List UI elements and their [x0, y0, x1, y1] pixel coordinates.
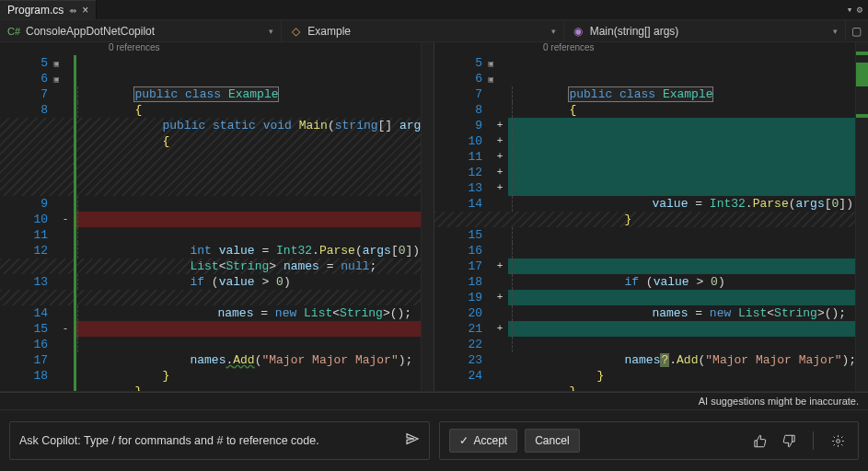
code-line[interactable]: 23 } — [434, 352, 868, 368]
line-number[interactable]: 11 — [434, 149, 492, 165]
diff-marker — [57, 86, 74, 102]
line-number[interactable]: 12 — [0, 243, 57, 258]
line-number[interactable]: 10 — [434, 133, 492, 149]
codelens-refs[interactable]: 0 references — [0, 42, 434, 55]
nav-class[interactable]: ◇ Example ▾ — [282, 20, 563, 41]
code-line[interactable]: 15 List<String> names = null; — [434, 227, 868, 243]
code-line[interactable]: 5▣ public class Example — [434, 55, 868, 71]
line-number[interactable]: 9 — [0, 196, 57, 212]
code-line[interactable]: 6▣ { — [434, 71, 868, 86]
scroll-ruler[interactable] — [855, 42, 868, 391]
code-line[interactable]: 11 List<String> names = null; — [0, 227, 434, 243]
tab-dropdown-icon[interactable]: ▾ — [847, 4, 853, 16]
line-number[interactable]: 10 — [0, 212, 57, 227]
code-line[interactable]: 8 { — [434, 102, 868, 118]
diff-marker — [57, 71, 74, 86]
tab-program-cs[interactable]: Program.cs ⇴ × — [0, 0, 97, 19]
code-line[interactable]: 10 - int value = Int32.Parse(args[0]); — [0, 212, 434, 227]
diff-left-pane[interactable]: 0 references 5▣ public class Example 6▣ … — [0, 42, 434, 391]
nav-class-label: Example — [307, 25, 351, 38]
cancel-button[interactable]: Cancel — [525, 429, 579, 453]
line-number[interactable]: 12 — [434, 165, 492, 180]
code-line[interactable]: 15 - names.Add("Major Major Major"); — [0, 321, 434, 337]
code-line[interactable]: 13 + } — [434, 180, 868, 196]
line-number[interactable]: 14 — [0, 305, 57, 321]
nav-split-icon[interactable]: ▢ — [846, 20, 868, 41]
line-number[interactable]: 8 — [434, 102, 492, 118]
copilot-input[interactable]: Ask Copilot: Type / for commands and # t… — [9, 421, 430, 460]
accept-button[interactable]: ✓ Accept — [449, 429, 518, 453]
code-line[interactable]: 21 + names?.Add("Major Major Major"); — [434, 321, 868, 337]
line-number[interactable]: 11 — [0, 227, 57, 243]
line-number[interactable]: 17 — [0, 352, 57, 368]
code-line[interactable]: 7 public static void Main(string[] args) — [0, 86, 434, 102]
tab-gear-icon[interactable]: ⚙ — [856, 4, 862, 16]
line-number[interactable]: 16 — [0, 337, 57, 352]
code-line[interactable]: 11 + { — [434, 149, 868, 165]
line-number[interactable]: 7 — [0, 86, 57, 102]
code-line[interactable]: 13 names = new List<String>(); — [0, 274, 434, 290]
send-icon[interactable] — [405, 431, 420, 450]
line-number[interactable]: 16 — [434, 243, 492, 258]
line-number[interactable]: 5▣ — [0, 55, 57, 71]
code-line[interactable]: 7 public static void Main(string[] args) — [434, 86, 868, 102]
line-number[interactable]: 22 — [434, 337, 492, 352]
line-number[interactable]: 6▣ — [434, 71, 492, 86]
gear-icon[interactable] — [827, 430, 849, 452]
line-number[interactable]: 15 — [0, 321, 57, 337]
code-line[interactable]: 12 if (value > 0) — [0, 243, 434, 258]
diff-marker: - — [57, 321, 74, 337]
line-number[interactable]: 20 — [434, 305, 492, 321]
code-line[interactable]: 5▣ public class Example — [0, 55, 434, 71]
code-line[interactable]: 16 if (value > 0) — [434, 243, 868, 258]
code-line[interactable]: 19 + } — [434, 290, 868, 305]
line-number[interactable]: 13 — [0, 274, 57, 290]
line-number[interactable]: 15 — [434, 227, 492, 243]
close-icon[interactable]: × — [82, 4, 88, 17]
line-number[interactable]: 14 — [434, 196, 492, 212]
code-line[interactable]: 9 + int value = 0; — [434, 118, 868, 133]
line-number[interactable]: 17 — [434, 258, 492, 274]
diff-right-pane[interactable]: 0 references 5▣ public class Example 6▣ … — [434, 42, 868, 391]
code-line[interactable]: 10 + if (args.Length > 0) — [434, 133, 868, 149]
line-number[interactable]: 24 — [434, 368, 492, 384]
code-line[interactable]: 16 } — [0, 337, 434, 352]
code-line[interactable]: 24 — [434, 368, 868, 384]
code-line[interactable]: 9 — [0, 196, 434, 212]
nav-project[interactable]: C# ConsoleAppDotNetCopilot ▾ — [0, 20, 282, 41]
chevron-down-icon: ▾ — [269, 27, 273, 36]
line-number[interactable]: 7 — [434, 86, 492, 102]
thumbs-down-icon[interactable] — [778, 430, 800, 452]
code-line[interactable]: 18 — [0, 368, 434, 384]
divider — [813, 431, 814, 450]
code-line[interactable]: 8 { — [0, 102, 434, 118]
line-number[interactable]: 18 — [0, 368, 57, 384]
code-line[interactable]: 14 — [0, 305, 434, 321]
thumbs-up-icon[interactable] — [748, 430, 770, 452]
line-number[interactable]: 18 — [434, 274, 492, 290]
scroll-ruler[interactable] — [421, 42, 434, 391]
line-number[interactable]: 19 — [434, 290, 492, 305]
code-line[interactable]: 20 — [434, 305, 868, 321]
line-number[interactable]: 21 — [434, 321, 492, 337]
pin-icon[interactable]: ⇴ — [69, 6, 76, 16]
code-line[interactable]: 18 names = new List<String>(); — [434, 274, 868, 290]
copilot-actions: ✓ Accept Cancel — [439, 421, 860, 460]
code-line[interactable]: 22 } — [434, 337, 868, 352]
code-line[interactable]: 17 + { — [434, 258, 868, 274]
code-line[interactable]: 12 + value = Int32.Parse(args[0]); — [434, 165, 868, 180]
diff-marker — [492, 243, 508, 258]
codelens-refs[interactable]: 0 references — [434, 42, 868, 55]
line-number[interactable]: 23 — [434, 352, 492, 368]
line-number[interactable]: 8 — [0, 102, 57, 118]
line-number[interactable]: 9 — [434, 118, 492, 133]
diff-marker — [492, 71, 508, 86]
code-line[interactable]: 6▣ { — [0, 71, 434, 86]
code-line[interactable]: 17 } — [0, 352, 434, 368]
nav-method[interactable]: ◉ Main(string[] args) ▾ — [564, 20, 846, 41]
line-number[interactable]: 5▣ — [434, 55, 492, 71]
diff-marker: + — [492, 118, 508, 133]
line-number[interactable]: 13 — [434, 180, 492, 196]
line-number[interactable]: 6▣ — [0, 71, 57, 86]
code-line[interactable]: 14 — [434, 196, 868, 212]
